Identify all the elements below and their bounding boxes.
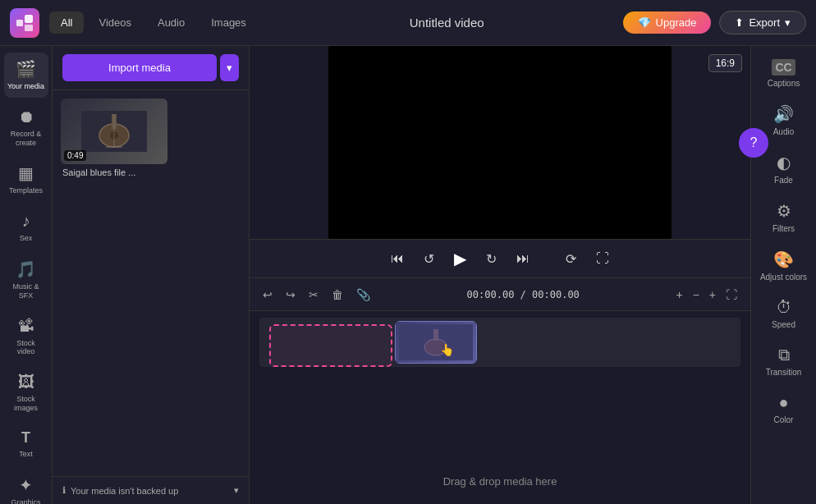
adjust-colors-label: Adjust colors bbox=[760, 273, 807, 282]
stock-images-icon: 🖼 bbox=[18, 373, 34, 392]
right-tool-adjust-colors[interactable]: 🎨 Adjust colors bbox=[756, 243, 812, 288]
fade-label: Fade bbox=[774, 176, 793, 185]
undo-button[interactable]: ↩ bbox=[259, 285, 276, 305]
right-tool-captions[interactable]: CC Captions bbox=[756, 53, 812, 94]
transition-icon: ⧉ bbox=[778, 346, 790, 364]
backup-status-bar: ℹ Your media isn't backed up ▾ bbox=[53, 476, 249, 504]
color-icon: ● bbox=[778, 393, 788, 412]
export-button[interactable]: ⬆ Export ▾ bbox=[719, 11, 806, 34]
adjust-colors-icon: 🎨 bbox=[773, 250, 794, 269]
filters-icon: ⚙ bbox=[777, 201, 791, 221]
sidebar-item-graphics[interactable]: ✦ Graphics bbox=[4, 469, 48, 504]
tab-images[interactable]: Images bbox=[199, 11, 258, 34]
forward-button[interactable]: ↻ bbox=[483, 248, 500, 270]
captions-icon: CC bbox=[772, 59, 795, 76]
svg-text:👆: 👆 bbox=[440, 343, 455, 357]
right-sidebar: CC Captions 🔊 Audio ◐ Fade ⚙ Filters 🎨 A… bbox=[750, 46, 816, 504]
sidebar-label-text: Text bbox=[19, 450, 33, 459]
sidebar-item-templates[interactable]: ▦ Templates bbox=[4, 157, 48, 202]
svg-rect-11 bbox=[433, 329, 438, 341]
tab-all[interactable]: All bbox=[49, 11, 84, 34]
sidebar-item-sex[interactable]: ♪ Sex bbox=[4, 205, 48, 250]
speed-icon: ⏱ bbox=[776, 298, 792, 317]
time-display: 00:00.00 / 00:00.00 bbox=[380, 289, 666, 300]
top-bar: All Videos Audio Images Untitled video 💎… bbox=[0, 0, 816, 46]
sidebar-item-stock-images[interactable]: 🖼 Stock images bbox=[4, 366, 48, 419]
right-tool-filters[interactable]: ⚙ Filters bbox=[756, 195, 812, 240]
import-btn-area: Import media ▾ bbox=[53, 46, 249, 90]
sidebar-label-music-sfx: Music & SFX bbox=[7, 282, 45, 300]
import-dropdown-button[interactable]: ▾ bbox=[220, 54, 239, 81]
right-tool-speed[interactable]: ⏱ Speed bbox=[756, 291, 812, 336]
timeline-area: 👆 Drag & drop media here bbox=[250, 311, 750, 504]
sidebar-label-your-media: Your media bbox=[7, 82, 44, 91]
zoom-minus-button[interactable]: − bbox=[690, 285, 703, 305]
play-button[interactable]: ▶ bbox=[451, 245, 470, 272]
main-layout: 🎬 Your media ⏺ Record & create ▦ Templat… bbox=[0, 46, 816, 504]
sidebar-item-music-sfx[interactable]: 🎵 Music & SFX bbox=[4, 253, 48, 307]
media-filename: Saigal blues file ... bbox=[61, 167, 241, 177]
upgrade-button[interactable]: 💎 Upgrade bbox=[623, 11, 712, 34]
redo-button[interactable]: ↪ bbox=[282, 285, 299, 305]
clip-preview: 👆 bbox=[395, 321, 477, 364]
backup-info-icon: ℹ bbox=[62, 485, 66, 496]
filters-label: Filters bbox=[772, 224, 795, 233]
sidebar-label-graphics: Graphics bbox=[11, 498, 40, 504]
right-tool-color[interactable]: ● Color bbox=[756, 387, 812, 431]
color-label: Color bbox=[774, 415, 794, 424]
captions-label: Captions bbox=[768, 79, 800, 88]
expand-button[interactable]: ⛶ bbox=[722, 285, 740, 305]
sidebar-label-stock-images: Stock images bbox=[7, 395, 45, 413]
skip-forward-button[interactable]: ⏭ bbox=[513, 248, 533, 269]
cut-button[interactable]: ✂ bbox=[305, 285, 322, 305]
video-preview bbox=[328, 46, 672, 239]
upgrade-diamond-icon: 💎 bbox=[638, 16, 651, 29]
sidebar-item-stock-video[interactable]: 📽 Stock video bbox=[4, 310, 48, 364]
fullscreen-button[interactable]: ⛶ bbox=[593, 248, 612, 269]
sidebar-item-record[interactable]: ⏺ Record & create bbox=[4, 101, 48, 154]
timeline-track: 👆 bbox=[259, 318, 740, 367]
center-area: 16:9 ? ⏮ ↺ ▶ ↻ ⏭ ⟳ ⛶ ↩ ↪ ✂ 🗑 📎 00:00.00 … bbox=[250, 46, 750, 504]
sidebar-item-your-media[interactable]: 🎬 Your media bbox=[4, 53, 48, 98]
sidebar-label-templates: Templates bbox=[9, 186, 43, 195]
stock-video-icon: 📽 bbox=[18, 317, 34, 336]
sidebar-label-record: Record & create bbox=[7, 130, 45, 148]
audio-icon: 🔊 bbox=[773, 104, 794, 124]
export-upload-icon: ⬆ bbox=[735, 16, 744, 29]
rewind-button[interactable]: ↺ bbox=[420, 248, 438, 270]
timeline-drop-zone[interactable] bbox=[269, 324, 392, 367]
drag-drop-label: Drag & drop media here bbox=[443, 475, 557, 488]
top-tabs: All Videos Audio Images bbox=[49, 11, 258, 34]
playback-controls: ⏮ ↺ ▶ ↻ ⏭ ⟳ ⛶ bbox=[250, 239, 750, 278]
app-logo bbox=[10, 8, 39, 38]
upgrade-label: Upgrade bbox=[656, 16, 697, 29]
video-title: Untitled video bbox=[271, 16, 623, 30]
sidebar-item-text[interactable]: T Text bbox=[4, 423, 48, 465]
timeline-toolbar: ↩ ↪ ✂ 🗑 📎 00:00.00 / 00:00.00 + − + ⛶ bbox=[250, 278, 750, 311]
loop-button[interactable]: ⟳ bbox=[562, 248, 580, 270]
record-icon: ⏺ bbox=[18, 108, 34, 126]
right-tool-transition[interactable]: ⧉ Transition bbox=[756, 339, 812, 383]
aspect-ratio-badge: 16:9 bbox=[708, 54, 742, 72]
svg-rect-1 bbox=[25, 15, 33, 23]
graphics-icon: ✦ bbox=[19, 475, 33, 495]
media-thumbnail: 0:49 bbox=[61, 99, 167, 164]
tab-audio[interactable]: Audio bbox=[146, 11, 196, 34]
help-button[interactable]: ? bbox=[739, 128, 768, 158]
sex-icon: ♪ bbox=[22, 212, 30, 231]
preview-area: 16:9 ? bbox=[250, 46, 750, 239]
add-track-button[interactable]: + bbox=[672, 285, 685, 305]
delete-button[interactable]: 🗑 bbox=[328, 285, 346, 305]
timeline-clip[interactable]: 👆 bbox=[395, 321, 477, 364]
text-icon: T bbox=[21, 429, 30, 447]
zoom-plus-button[interactable]: + bbox=[706, 285, 719, 305]
sidebar-label-sex: Sex bbox=[20, 234, 33, 243]
tab-videos[interactable]: Videos bbox=[87, 11, 143, 34]
export-label: Export bbox=[749, 16, 780, 29]
list-item[interactable]: 0:49 Saigal blues file ... bbox=[61, 99, 241, 177]
skip-back-button[interactable]: ⏮ bbox=[387, 248, 407, 269]
fade-icon: ◐ bbox=[777, 153, 791, 172]
attach-button[interactable]: 📎 bbox=[353, 285, 374, 305]
audio-label: Audio bbox=[773, 127, 795, 136]
import-media-button[interactable]: Import media bbox=[62, 54, 217, 81]
